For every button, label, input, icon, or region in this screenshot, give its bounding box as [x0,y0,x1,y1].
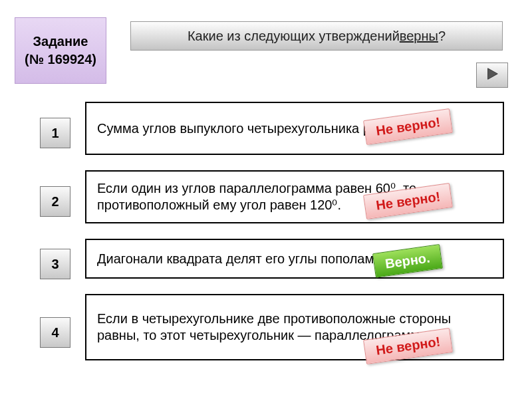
option-button-2[interactable]: 2 [40,186,70,217]
play-icon [485,66,499,84]
task-label: Задание [33,33,88,51]
option-number: 1 [51,126,59,141]
task-id: (№ 169924) [25,51,96,68]
question-bar: Какие из следующих утверждений верны ? [130,21,503,51]
next-button[interactable] [476,63,508,88]
question-prefix: Какие из следующих утверждений [188,29,400,44]
statement-text: Диагонали квадрата делят его углы попола… [97,251,378,267]
task-badge: Задание (№ 169924) [15,17,106,84]
option-button-3[interactable]: 3 [40,249,70,279]
option-number: 2 [51,194,59,209]
option-number: 4 [51,325,59,340]
question-underlined: верны [400,29,438,44]
svg-marker-0 [488,68,498,80]
option-button-4[interactable]: 4 [40,317,70,348]
question-suffix: ? [438,29,446,44]
option-button-1[interactable]: 1 [40,118,70,148]
option-number: 3 [51,257,59,272]
